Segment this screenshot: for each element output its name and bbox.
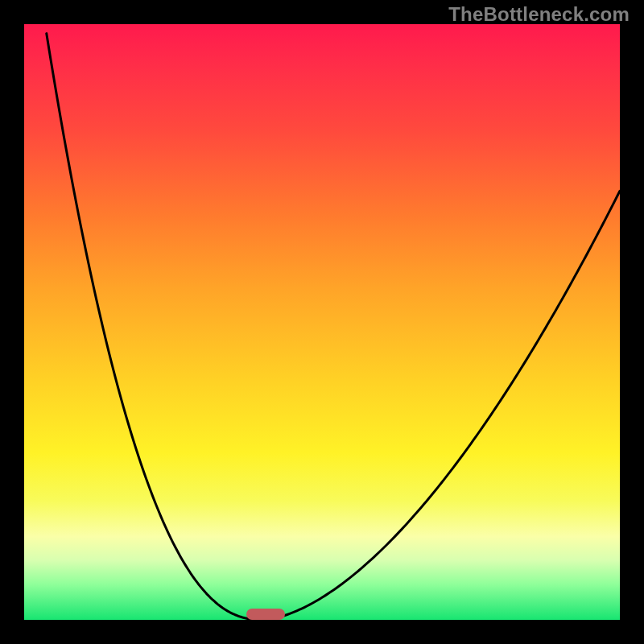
bottleneck-curve: [24, 24, 620, 620]
watermark-text: TheBottleneck.com: [448, 3, 630, 26]
optimal-marker: [246, 609, 285, 620]
chart-container: TheBottleneck.com: [0, 0, 644, 644]
plot-area: [24, 24, 620, 620]
